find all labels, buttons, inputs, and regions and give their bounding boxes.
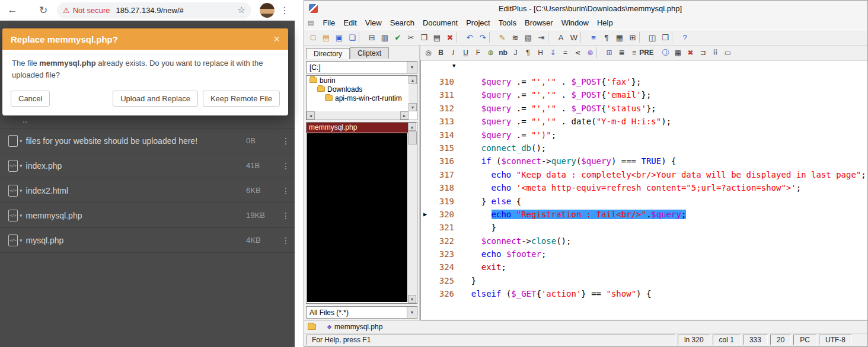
tab-cliptext[interactable]: Cliptext: [350, 47, 389, 59]
browser-menu-icon[interactable]: ⋮: [279, 5, 290, 16]
new-file-icon[interactable]: □: [307, 31, 320, 44]
object-icon[interactable]: ▦: [672, 47, 684, 59]
replace-icon[interactable]: ≋: [509, 31, 522, 44]
files-vertical-scrollbar[interactable]: ▲ ▼: [408, 123, 417, 303]
comment-tag-icon[interactable]: ⋖: [572, 47, 584, 59]
menu-edit[interactable]: Edit: [339, 17, 360, 28]
reload-icon[interactable]: ↻: [36, 4, 51, 17]
code-text[interactable]: } else {: [454, 195, 521, 208]
row-menu-icon[interactable]: ⋮: [277, 211, 295, 220]
url-text[interactable]: 185.27.134.9/new/#: [116, 6, 234, 15]
tree-horizontal-scrollbar[interactable]: ◄ ►: [307, 111, 409, 120]
row-menu-icon[interactable]: ⋮: [277, 186, 295, 195]
view-in-browser-icon[interactable]: ◎: [422, 47, 435, 59]
file-row[interactable]: </>▾mysql.php4KB⋮: [0, 228, 295, 253]
find-icon[interactable]: ✎: [496, 31, 509, 44]
dropdown-caret-icon[interactable]: ▾: [20, 138, 23, 144]
unordered-list-icon[interactable]: ≡: [628, 47, 640, 59]
menu-view[interactable]: View: [361, 17, 386, 28]
tree-item-api-ms-win-crt-runtim[interactable]: api-ms-win-crt-runtim: [307, 94, 417, 102]
undo-icon[interactable]: ↶: [463, 31, 476, 44]
help-icon[interactable]: ?: [678, 31, 691, 44]
indent-icon[interactable]: ⇥: [535, 31, 548, 44]
title-bar[interactable]: EditPlus - [C:\Users\burin\Downloads\mem…: [304, 1, 867, 16]
redo-icon[interactable]: ↷: [476, 31, 489, 44]
close-icon[interactable]: ×: [273, 33, 280, 46]
font-icon[interactable]: A: [554, 31, 567, 44]
code-text[interactable]: $query .= "','" . $_POST{'status'};: [454, 102, 656, 115]
code-text[interactable]: }: [454, 221, 496, 234]
menu-browser[interactable]: Browser: [521, 17, 557, 28]
underline-icon[interactable]: U: [459, 47, 472, 59]
frame-icon[interactable]: ▭: [722, 47, 734, 59]
file-row[interactable]: </>▾memmysql.php19KB⋮: [0, 203, 295, 228]
code-text[interactable]: elseif ($_GET{'action'} == "show") {: [454, 287, 651, 300]
script-icon[interactable]: Ⓙ: [659, 47, 672, 59]
split-window-icon[interactable]: ◫: [646, 31, 659, 44]
image-icon[interactable]: ⊚: [584, 47, 596, 59]
row-menu-icon[interactable]: ⋮: [277, 136, 295, 146]
hr-icon[interactable]: =: [559, 47, 572, 59]
code-text[interactable]: $connect->close();: [454, 234, 571, 248]
dropdown-caret-icon[interactable]: ▾: [20, 213, 23, 219]
cancel-button[interactable]: Cancel: [11, 91, 50, 107]
code-text[interactable]: $query .= "','" . $_POST{'email'};: [454, 88, 651, 101]
selected-file-item[interactable]: memmysql.php: [307, 123, 408, 133]
ordered-list-icon[interactable]: ≣: [615, 47, 628, 59]
anchor-icon[interactable]: ↧: [547, 47, 559, 59]
file-row[interactable]: </>▾index2.html6KB⋮: [0, 178, 295, 203]
dropdown-caret-icon[interactable]: ▾: [20, 237, 23, 243]
pre-icon[interactable]: PRE: [640, 47, 653, 59]
keep-remote-file-button[interactable]: Keep Remote File: [203, 91, 280, 107]
code-text[interactable]: echo "Registration : fail<br/>".$query;: [454, 208, 686, 221]
scroll-up-icon[interactable]: ▲: [409, 76, 417, 84]
back-icon[interactable]: ←: [5, 4, 20, 16]
column-select-icon[interactable]: ▦: [613, 31, 626, 44]
code-text[interactable]: $query .= "')";: [454, 128, 556, 142]
span-tag-icon[interactable]: ⊐: [697, 47, 709, 59]
file-row[interactable]: </>▾index.php41B⋮: [0, 153, 295, 178]
scroll-up-icon[interactable]: ▲: [408, 123, 416, 131]
file-row[interactable]: ▾files for your website should be upload…: [0, 128, 295, 153]
nbsp-icon[interactable]: nb: [497, 47, 509, 59]
delete-icon[interactable]: ✖: [443, 31, 457, 44]
print-preview-icon[interactable]: ▥: [378, 31, 391, 44]
dropdown-arrow-icon[interactable]: ▾: [407, 307, 417, 318]
menu-help[interactable]: Help: [593, 17, 617, 28]
scroll-down-icon[interactable]: ▼: [409, 103, 417, 111]
print-icon[interactable]: ⊟: [365, 31, 378, 44]
code-view[interactable]: 310 $query .= "','" . $_POST{'fax'};311 …: [421, 72, 867, 320]
paragraph-icon[interactable]: ¶: [522, 47, 534, 59]
line-break-icon[interactable]: J: [509, 47, 522, 59]
save-all-icon[interactable]: ❏: [346, 31, 359, 44]
file-filter-selector[interactable]: All Files (*.*) ▾: [306, 306, 417, 319]
code-text[interactable]: $query .= "','" . date("Y-m-d H:i:s");: [454, 115, 671, 128]
cut-icon[interactable]: ✂: [404, 31, 417, 44]
browser-window-icon[interactable]: ❒: [659, 31, 672, 44]
open-file-icon[interactable]: ▤: [320, 31, 333, 44]
menu-file[interactable]: File: [318, 17, 339, 28]
menu-search[interactable]: Search: [386, 17, 419, 28]
code-text[interactable]: echo '<meta http-equiv=refresh content="…: [454, 181, 801, 194]
bold-icon[interactable]: B: [435, 47, 447, 59]
save-icon[interactable]: ▣: [333, 31, 346, 44]
scroll-right-icon[interactable]: ►: [400, 111, 409, 120]
grid-icon[interactable]: ⠿: [709, 47, 722, 59]
tree-vertical-scrollbar[interactable]: ▲ ▼: [409, 76, 417, 111]
scroll-left-icon[interactable]: ◄: [307, 111, 315, 120]
menu-tools[interactable]: Tools: [494, 17, 521, 28]
code-text[interactable]: }: [454, 274, 476, 287]
row-menu-icon[interactable]: ⋮: [277, 236, 295, 245]
menu-document[interactable]: Document: [419, 17, 462, 28]
word-wrap-icon[interactable]: W: [567, 31, 580, 44]
italic-icon[interactable]: I: [447, 47, 459, 59]
bookmark-star-icon[interactable]: ☆: [238, 5, 245, 15]
code-text[interactable]: if ($connect->query($query) === TRUE) {: [454, 155, 676, 168]
document-tab-memmysql[interactable]: ❖ memmysql.php: [322, 322, 387, 332]
code-text[interactable]: exit;: [454, 261, 506, 274]
heading-icon[interactable]: H: [534, 47, 547, 59]
find-in-files-icon[interactable]: ▧: [522, 31, 535, 44]
dropdown-caret-icon[interactable]: ▾: [20, 188, 23, 194]
line-numbers-icon[interactable]: ≡: [587, 31, 600, 44]
menu-project[interactable]: Project: [462, 17, 494, 28]
